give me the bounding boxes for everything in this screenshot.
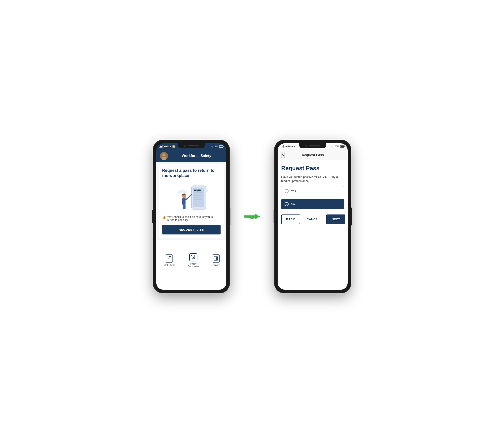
speaker-2 [309, 145, 320, 146]
bar3 [161, 146, 162, 148]
phone-1: Verizon 📶 11:12 PM ◁ 19% [153, 140, 230, 293]
bottom-nav: Helpful Links Policy Docu [156, 240, 226, 290]
nav-header-2: < Request Pass [278, 150, 348, 160]
helpful-links-nav[interactable]: Helpful Links [163, 254, 175, 266]
bar1-2 [281, 147, 281, 148]
request-pass-screen: Request Pass Have you tested positive fo… [278, 160, 348, 290]
policy-docs-nav[interactable]: Policy Documents [188, 253, 199, 268]
forward-arrow [243, 211, 261, 222]
svg-rect-14 [194, 195, 203, 196]
option-yes-label: Yes [291, 189, 296, 193]
radio-no: ✓ [285, 202, 289, 206]
svg-rect-35 [244, 215, 255, 218]
carrier-1: Verizon [163, 145, 171, 148]
radio-yes [285, 189, 289, 193]
bar2 [160, 146, 161, 148]
helpful-links-label: Helpful Links [163, 264, 175, 266]
bar2-2 [282, 146, 282, 148]
status-left-1: Verizon 📶 [160, 145, 175, 148]
location-icon-2: ◁ [331, 145, 333, 148]
facilities-icon [212, 254, 220, 262]
option-no[interactable]: ✓ No [281, 199, 344, 209]
svg-rect-12 [194, 192, 203, 193]
svg-rect-17 [182, 198, 186, 205]
request-pass-button[interactable]: REQUEST PASS [162, 225, 221, 235]
back-form-button[interactable]: BACK [281, 215, 300, 224]
facilities-label: Facilities [212, 264, 220, 266]
screen-1: Verizon 📶 11:12 PM ◁ 19% [156, 143, 226, 290]
svg-rect-19 [183, 204, 184, 209]
status-right-1: ◁ 19% [211, 145, 223, 148]
form-area: Request Pass Have you tested positive fo… [278, 160, 348, 290]
back-button[interactable]: < [281, 152, 285, 158]
form-buttons: BACK CANCEL NEXT [281, 215, 344, 224]
speaker-1 [188, 145, 199, 146]
svg-rect-15 [194, 197, 201, 198]
policy-docs-label: Policy Documents [188, 263, 199, 268]
nav-title-2: Request Pass [287, 153, 339, 157]
battery-pct-1: 19% [213, 145, 218, 148]
phone-2: Verizon ▲ 12:23 PM ◁ 100% .battery-icon-… [274, 140, 351, 293]
cancel-button[interactable]: CANCEL [302, 215, 324, 224]
svg-rect-20 [184, 205, 186, 209]
location-icon-1: ◁ [211, 145, 212, 148]
svg-rect-21 [167, 257, 170, 260]
card-title: Request a pass to return to the workplac… [162, 168, 221, 179]
svg-rect-28 [214, 257, 218, 260]
next-button[interactable]: NEXT [326, 215, 345, 224]
battery-fill-2 [341, 146, 344, 147]
screen-2: Verizon ▲ 12:23 PM ◁ 100% .battery-icon-… [278, 143, 348, 290]
wifi-icon-1: 📶 [172, 145, 175, 148]
option-no-label: No [291, 202, 295, 206]
building-icon [214, 256, 218, 261]
signal-1 [160, 145, 163, 148]
svg-rect-13 [194, 194, 202, 195]
bar4-2 [283, 145, 284, 148]
battery-icon-1 [219, 145, 223, 148]
bar3-2 [283, 146, 283, 148]
svg-point-1 [162, 153, 166, 156]
helpful-links-icon [165, 254, 173, 262]
avatar-1 [160, 152, 168, 160]
illustration-svg [169, 182, 214, 212]
svg-point-8 [183, 191, 187, 193]
bar4 [162, 145, 163, 148]
form-question: Have you tested positive for COVID-19 by… [281, 175, 344, 183]
form-title: Request Pass [281, 165, 344, 172]
main-card: Request a pass to return to the workplac… [159, 164, 224, 238]
check-icon: ✓ [286, 203, 288, 206]
policy-docs-icon [189, 253, 198, 262]
svg-marker-36 [255, 213, 260, 219]
app-title-1: Workforce Safety [170, 154, 223, 158]
battery-pct-2: 100% [333, 145, 339, 148]
front-camera-2 [305, 145, 307, 147]
option-yes[interactable]: Yes [281, 186, 344, 196]
battery-fill-1 [219, 146, 220, 147]
phone-notch-1 [178, 143, 205, 148]
facilities-nav[interactable]: Facilities [212, 254, 220, 266]
svg-rect-11 [194, 189, 201, 191]
phone-notch-2 [299, 143, 326, 148]
arrow-container [243, 211, 261, 222]
battery-icon-2: .battery-icon-2::after { background: #33… [340, 145, 344, 148]
bar1 [160, 147, 160, 148]
status-right-2: ◁ 100% .battery-icon-2::after { backgrou… [331, 145, 344, 148]
svg-point-7 [178, 191, 182, 193]
carrier-2: Verizon [285, 145, 293, 148]
external-link-icon [167, 256, 171, 261]
app-header-1: Workforce Safety [156, 150, 226, 162]
svg-rect-16 [194, 199, 202, 200]
signal-2 [281, 145, 284, 148]
documents-icon [191, 255, 196, 260]
front-camera-1 [184, 145, 186, 147]
scene: Verizon 📶 11:12 PM ◁ 19% [153, 140, 351, 293]
status-left-2: Verizon ▲ [281, 145, 296, 148]
card-description: 👍 We'll check to see if it's safe for yo… [162, 215, 221, 222]
screen1-body: Request a pass to return to the workplac… [156, 162, 226, 290]
illustration [162, 181, 221, 213]
thumbs-icon: 👍 [162, 215, 166, 219]
wifi-icon-2: ▲ [294, 145, 296, 148]
